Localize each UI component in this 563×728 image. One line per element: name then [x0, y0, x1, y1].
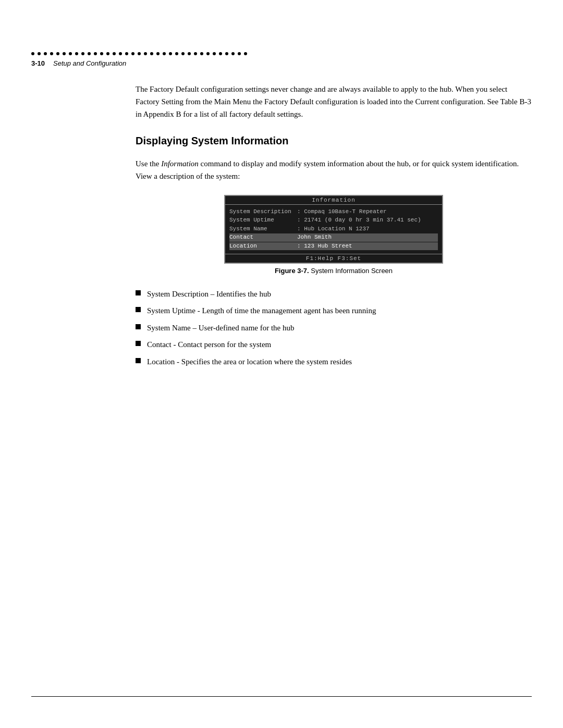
bullet-text-2: System Uptime - Length of time the manag…	[147, 305, 376, 317]
dot	[156, 52, 160, 55]
top-dots-row	[0, 0, 563, 55]
dot	[75, 52, 78, 55]
terminal-screen: Information System Description : Compaq …	[224, 195, 443, 264]
list-item: System Description – Identifies the hub	[136, 288, 532, 300]
bullet-text-4: Contact - Contact person for the system	[147, 339, 271, 351]
bullet-icon	[136, 358, 141, 363]
terminal-label-uptime: System Uptime	[229, 216, 297, 224]
terminal-value-location: : 123 Hub Street	[297, 242, 352, 250]
bullet-icon	[136, 341, 141, 346]
dot	[169, 52, 172, 55]
terminal-row-sysname: System Name : Hub Location N 1237	[229, 225, 438, 233]
list-item: Location - Specifies the area or locatio…	[136, 356, 532, 368]
section-heading: Displaying System Information	[136, 135, 532, 147]
terminal-value-description: : Compaq 10Base-T Repeater	[297, 208, 387, 216]
dot	[119, 52, 122, 55]
dot	[219, 52, 222, 55]
dot	[200, 52, 203, 55]
bullet-icon	[136, 290, 141, 295]
dot	[138, 52, 141, 55]
bullet-text-5: Location - Specifies the area or locatio…	[147, 356, 352, 368]
intro-paragraph: The Factory Default configuration settin…	[136, 83, 532, 120]
dot	[238, 52, 241, 55]
terminal-body: System Description : Compaq 10Base-T Rep…	[225, 205, 442, 254]
bullet-text-1: System Description – Identifies the hub	[147, 288, 271, 300]
header-row: 3-10 Setup and Configuration	[0, 55, 563, 67]
bullet-text-3: System Name – User-defined name for the …	[147, 322, 295, 334]
page-container: 3-10 Setup and Configuration The Factory…	[0, 0, 563, 728]
terminal-value-sysname: : Hub Location N 1237	[297, 225, 370, 233]
terminal-title-bar: Information	[225, 196, 442, 205]
dot	[94, 52, 97, 55]
terminal-row-uptime: System Uptime : 21741 (0 day 0 hr 3 min …	[229, 216, 438, 224]
dot	[106, 52, 109, 55]
header-section-title: Setup and Configuration	[53, 59, 126, 67]
dot	[213, 52, 216, 55]
dot	[50, 52, 53, 55]
figure-caption: Figure 3-7. System Information Screen	[275, 267, 393, 275]
dot	[56, 52, 59, 55]
figure-container: Information System Description : Compaq …	[136, 195, 532, 284]
dot	[244, 52, 247, 55]
section-intro: Use the Information command to display a…	[136, 157, 532, 182]
dot	[44, 52, 47, 55]
figure-caption-text: System Information Screen	[311, 267, 393, 275]
list-item: System Name – User-defined name for the …	[136, 322, 532, 334]
dot	[131, 52, 134, 55]
bullet-icon	[136, 324, 141, 329]
dot	[100, 52, 103, 55]
terminal-value-contact: John Smith	[297, 233, 332, 241]
dot	[113, 52, 116, 55]
terminal-label-contact: Contact	[229, 233, 297, 241]
dot	[31, 52, 34, 55]
section-intro-before: Use the	[136, 159, 161, 168]
dot	[63, 52, 66, 55]
bottom-rule	[31, 696, 532, 697]
dot	[175, 52, 178, 55]
dot	[225, 52, 228, 55]
dot	[125, 52, 128, 55]
terminal-value-uptime: : 21741 (0 day 0 hr 3 min 37.41 sec)	[297, 216, 421, 224]
section-intro-italic: Information	[161, 159, 199, 168]
page-number: 3-10	[31, 59, 45, 67]
terminal-label-description: System Description	[229, 208, 297, 216]
dot	[144, 52, 147, 55]
dot	[181, 52, 185, 55]
dot	[81, 52, 84, 55]
dot	[194, 52, 197, 55]
list-item: Contact - Contact person for the system	[136, 339, 532, 351]
terminal-label-sysname: System Name	[229, 225, 297, 233]
dot	[163, 52, 166, 55]
dot	[231, 52, 235, 55]
terminal-label-location: Location	[229, 242, 297, 250]
terminal-row-contact: Contact John Smith	[229, 233, 438, 241]
terminal-row-description: System Description : Compaq 10Base-T Rep…	[229, 208, 438, 216]
dot	[206, 52, 210, 55]
bullet-icon	[136, 307, 141, 312]
dot	[150, 52, 153, 55]
main-content: The Factory Default configuration settin…	[0, 67, 563, 367]
terminal-row-location: Location : 123 Hub Street	[229, 242, 438, 250]
dot	[69, 52, 72, 55]
terminal-footer: F1:Help F3:Set	[225, 254, 442, 263]
figure-label: Figure 3-7.	[275, 267, 309, 275]
bullet-list: System Description – Identifies the hub …	[136, 288, 532, 368]
dot	[188, 52, 191, 55]
dot	[88, 52, 91, 55]
dot	[38, 52, 41, 55]
list-item: System Uptime - Length of time the manag…	[136, 305, 532, 317]
